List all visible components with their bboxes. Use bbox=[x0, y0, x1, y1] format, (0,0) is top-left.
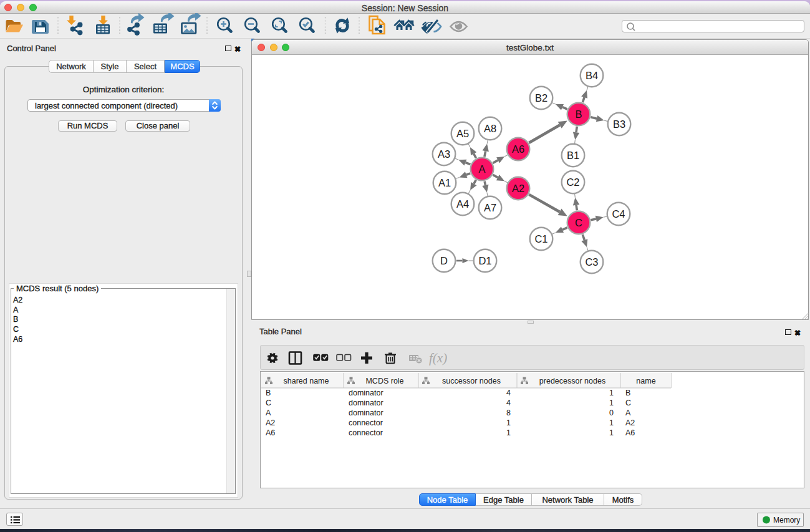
svg-text:connector: connector bbox=[349, 428, 383, 437]
svg-text:1: 1 bbox=[506, 428, 511, 437]
svg-text:1: 1 bbox=[609, 418, 614, 427]
svg-text:1: 1 bbox=[609, 399, 614, 407]
svg-text:B4: B4 bbox=[586, 70, 598, 81]
svg-text:1: 1 bbox=[609, 428, 614, 437]
svg-text:8: 8 bbox=[506, 409, 511, 417]
svg-text:1: 1 bbox=[609, 389, 614, 397]
svg-text:1: 1 bbox=[506, 418, 511, 427]
svg-text:C3: C3 bbox=[585, 256, 598, 268]
svg-text:C: C bbox=[575, 217, 582, 228]
svg-text:Memory: Memory bbox=[773, 516, 800, 525]
svg-text:A6: A6 bbox=[625, 428, 635, 437]
svg-text:f(x): f(x) bbox=[429, 351, 447, 365]
svg-text:dominator: dominator bbox=[349, 389, 383, 397]
svg-text:B: B bbox=[266, 389, 271, 397]
svg-text:C4: C4 bbox=[612, 208, 625, 220]
svg-text:A2: A2 bbox=[625, 418, 635, 427]
svg-text:D: D bbox=[440, 255, 448, 266]
svg-text:A7: A7 bbox=[484, 202, 496, 213]
svg-text:C: C bbox=[625, 399, 631, 407]
svg-text:B1: B1 bbox=[567, 150, 579, 161]
svg-text:A2: A2 bbox=[512, 183, 524, 194]
svg-text:predecessor nodes: predecessor nodes bbox=[539, 377, 605, 385]
svg-text:successor nodes: successor nodes bbox=[442, 377, 501, 385]
svg-text:C: C bbox=[266, 399, 271, 407]
svg-text:C1: C1 bbox=[534, 233, 547, 244]
svg-text:0: 0 bbox=[609, 409, 614, 417]
svg-text:D1: D1 bbox=[478, 255, 491, 266]
svg-text:A2: A2 bbox=[266, 418, 275, 427]
svg-text:dominator: dominator bbox=[349, 399, 383, 407]
svg-text:A5: A5 bbox=[456, 128, 469, 139]
svg-text:B: B bbox=[625, 389, 630, 397]
svg-text:A6: A6 bbox=[266, 428, 275, 437]
svg-text:A1: A1 bbox=[438, 177, 451, 188]
svg-text:MCDS role: MCDS role bbox=[365, 377, 403, 385]
svg-text:A: A bbox=[478, 163, 485, 175]
svg-text:A4: A4 bbox=[456, 198, 469, 210]
svg-text:C2: C2 bbox=[566, 177, 579, 188]
svg-text:shared name: shared name bbox=[284, 377, 329, 385]
svg-text:name: name bbox=[636, 377, 655, 385]
svg-text:dominator: dominator bbox=[349, 409, 383, 417]
svg-text:A8: A8 bbox=[484, 123, 496, 134]
svg-text:B3: B3 bbox=[613, 118, 625, 130]
svg-text:A3: A3 bbox=[438, 148, 450, 160]
svg-text:4: 4 bbox=[506, 399, 511, 407]
svg-text:A: A bbox=[625, 409, 631, 417]
svg-text:A: A bbox=[266, 409, 271, 417]
svg-text:connector: connector bbox=[349, 418, 383, 427]
svg-text:B2: B2 bbox=[535, 92, 547, 104]
svg-text:A6: A6 bbox=[512, 143, 524, 155]
svg-text:4: 4 bbox=[506, 389, 511, 397]
svg-text:B: B bbox=[575, 109, 582, 120]
